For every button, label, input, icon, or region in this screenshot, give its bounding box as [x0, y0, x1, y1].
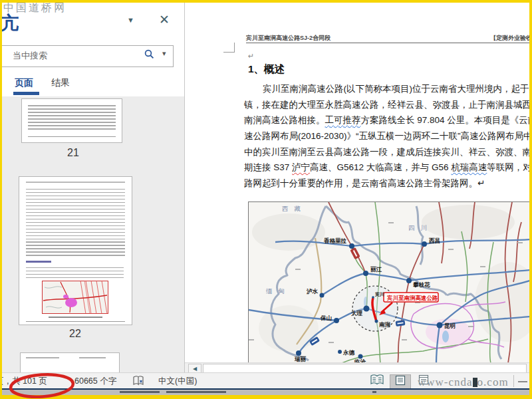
section-heading: 1、概述: [248, 63, 285, 76]
body-text-line: 期连接 S37 泸宁高速、G5612 大临高速，并与 G56 杭瑞高速等联网，对…: [244, 160, 529, 176]
frame-border-top: [0, 0, 532, 3]
city-dot: [320, 293, 325, 298]
city-label: 南涧: [379, 321, 391, 328]
scrollbar-thumb[interactable]: [203, 364, 527, 373]
city-label: 泸水: [306, 288, 319, 295]
city-label: 昆明: [444, 323, 456, 329]
body-paragraph: 宾川至南涧高速公路(以下简称本项目)位于云南省大理州境内，起于宾川县金镇，接在建…: [244, 81, 529, 192]
map-callout-label: 宾川至南涧高速公路: [386, 295, 438, 301]
tab-pages[interactable]: 页面: [15, 77, 33, 89]
watermark-bottom: www-cndao.com: [418, 376, 509, 389]
city-label: 保山: [320, 315, 332, 321]
margin-mark: [234, 43, 235, 53]
page-header-left: 宾川至南涧高速公路SJ-2合同段: [246, 34, 331, 43]
city-label: 香格里拉: [323, 237, 347, 244]
city-label: 宾川: [374, 291, 384, 297]
page-count-status[interactable]: 页，共 101 页: [0, 376, 47, 387]
body-text-line: 速公路网布局(2016-2030)》“五纵五横一边两环二十联”高速公路网布局中“…: [244, 128, 529, 144]
active-tab-underline: [13, 92, 39, 95]
status-bar: 页，共 101 页 60665 个字 中文(中国) www-cndao.com: [0, 372, 529, 389]
word-count-status[interactable]: 60665 个字: [74, 376, 116, 387]
city-dot: [363, 271, 368, 276]
city-dot: [338, 350, 342, 354]
close-icon[interactable]: ✕: [159, 12, 170, 27]
city-dot: [375, 320, 378, 323]
city-label: 攀枝花: [413, 281, 430, 288]
tab-results[interactable]: 结果: [51, 77, 70, 89]
background-window-strip: [0, 390, 532, 395]
page-header-rule: [246, 43, 529, 43]
search-icon[interactable]: [144, 49, 154, 62]
zoom-slider-track[interactable]: [518, 381, 527, 382]
city-label: 瑞丽: [294, 356, 307, 362]
body-text-line: 镇，接在建的大理至永胜高速公路，经祥云县、弥渡县，止于南涧县城西侧，与大: [244, 97, 529, 113]
map-figure: 宾川至南涧高速公路 西 藏四 川缅 甸 香格里拉丽江攀枝花西昌泸水大理保山昆明瑞…: [248, 201, 529, 362]
watermark-bottom-suffix: o.com: [477, 376, 509, 388]
province-label: 缅 甸: [266, 287, 287, 295]
province-label: 西 藏: [282, 205, 303, 212]
frame-border-left: [0, 0, 2, 399]
paragraph-mark: ↵: [248, 52, 254, 61]
horizontal-scrollbar[interactable]: ◀: [185, 362, 529, 373]
city-dot: [406, 278, 412, 283]
city-dot: [349, 243, 354, 249]
city-dot: [372, 296, 374, 299]
frame-border-bottom: [0, 395, 532, 399]
search-dropdown-icon[interactable]: ▾: [162, 49, 166, 58]
city-label: 永德: [342, 349, 355, 356]
thumbnail-map-figure: [42, 281, 108, 314]
chevron-down-icon[interactable]: ▼: [127, 16, 134, 24]
thumbnail-page-23-partial[interactable]: [20, 352, 120, 372]
body-text-line: 中的宾川至南涧至云县高速公路一段，建成后连接宾川、祥云、弥渡、南涧四个县: [244, 144, 529, 160]
city-dot: [296, 350, 301, 356]
city-dot: [437, 323, 443, 329]
body-text-line: 宾川至南涧高速公路(以下简称本项目)位于云南省大理州境内，起于宾川县金: [244, 81, 529, 97]
thumbnail-page-21[interactable]: [21, 98, 122, 143]
read-mode-icon[interactable]: [367, 374, 387, 388]
city-dot: [422, 241, 427, 247]
page-thumbnail-list: 21 22: [2, 96, 184, 372]
watermark-top: 中国道桥网: [3, 1, 66, 15]
screenshot-root: { "watermark": { "site_top": "中国道桥网", "s…: [0, 0, 532, 399]
watermark-cursor-block: [473, 378, 477, 387]
city-dot: [364, 306, 370, 312]
body-text-line: 路网起到十分重要的作用，是云南省高速公路主骨架路网。↵: [244, 176, 529, 192]
language-status[interactable]: 中文(中国): [158, 376, 197, 387]
watermark-bottom-prefix: www-cnda: [418, 376, 473, 388]
body-text-line: 南涧高速公路相接。工可推荐方案路线全长 97.804 公里。本项目是《云南省中长: [244, 112, 529, 128]
navigation-pane: 亢 ▼ ✕ 当中搜索 ▾ 页面 结果 21: [2, 3, 184, 372]
document-page[interactable]: 宾川至南涧高速公路SJ-2合同段 【定测外业验收汇报】 ↵ 1、概述 宾川至南涧…: [185, 3, 529, 362]
margin-mark: [223, 52, 235, 53]
city-label: 丽江: [370, 266, 382, 273]
search-input-text: 当中搜索: [13, 50, 47, 62]
page-header-right: 【定测外业验收汇报】: [490, 34, 529, 43]
province-label: 四 川: [408, 224, 429, 231]
print-layout-icon[interactable]: [390, 374, 411, 389]
city-label: 西昌: [429, 237, 440, 244]
thumbnail-page-22[interactable]: [19, 176, 132, 325]
frame-border-right: [529, 0, 532, 399]
thumbnail-page-22-label: 22: [2, 328, 166, 340]
city-label: 大理: [351, 310, 363, 317]
thumbnail-page-21-label: 21: [2, 147, 164, 159]
city-dot: [334, 318, 339, 323]
spellcheck-icon[interactable]: [133, 376, 145, 388]
status-divider: [513, 375, 514, 387]
